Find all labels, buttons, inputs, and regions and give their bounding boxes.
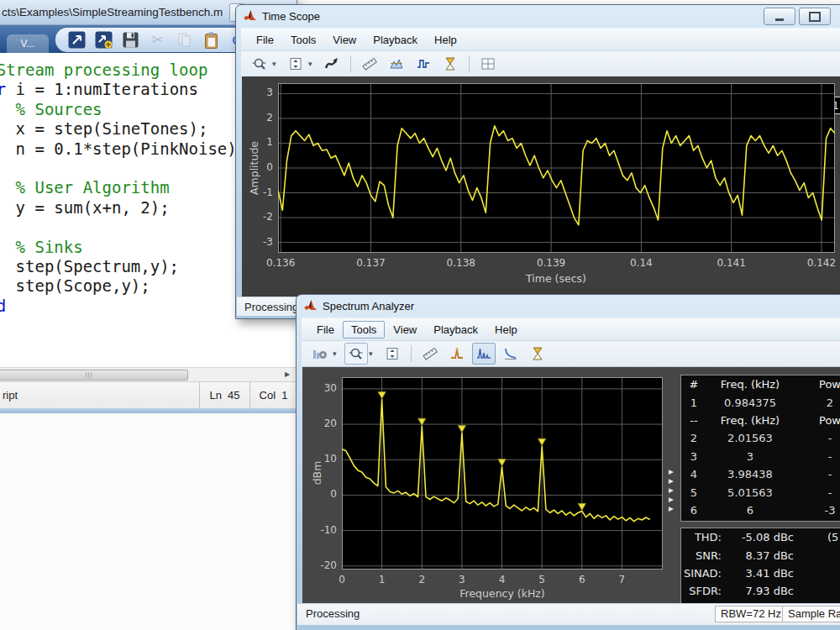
collapsed-panel-arrows[interactable]: ▶▶▶▶▶ (669, 468, 679, 513)
dropdown-caret-icon[interactable]: ▾ (369, 349, 377, 358)
table-row: 55.01563- (681, 483, 840, 501)
dropdown-caret-icon[interactable]: ▾ (333, 349, 341, 358)
editor-status-text: ript (0, 389, 199, 402)
measurement-label: SINAD: (681, 567, 722, 580)
paste-icon[interactable] (200, 29, 223, 51)
menu-item-tools[interactable]: Tools (343, 321, 385, 339)
timescope-titlebar[interactable]: Time Scope (236, 5, 840, 28)
editor-statusbar: ript Ln 45 Col 1 (0, 381, 297, 408)
plot-canvas[interactable] (342, 377, 663, 570)
y-tick-label: 1 (242, 136, 273, 148)
ccdf-icon[interactable] (499, 343, 522, 365)
measurement-value: 7.93 dBc (722, 585, 794, 597)
new-script-icon[interactable] (66, 29, 88, 51)
menu-item-tools[interactable]: Tools (282, 31, 324, 49)
step-forward-icon[interactable] (320, 53, 344, 75)
ruler-icon[interactable] (358, 53, 381, 75)
maximize-button[interactable] (799, 8, 831, 25)
y-tick-label: -10 (305, 524, 337, 536)
spectrum-analyzer-window: Spectrum Analyzer FileToolsViewPlaybackH… (296, 294, 840, 630)
timescope-title: Time Scope (262, 10, 320, 23)
scrollbar-thumb[interactable]: ||| (0, 370, 188, 381)
menu-item-view[interactable]: View (324, 31, 365, 49)
spectrum-main-area[interactable]: dBm Frequency (kHz) Channel 1 ▶▶▶▶▶ #Fre… (302, 367, 840, 603)
autoscale-icon[interactable] (284, 53, 307, 75)
dropdown-caret-icon[interactable]: ▾ (272, 60, 281, 68)
matlab-logo-icon (244, 9, 256, 24)
measurement-value: 3.41 dBc (722, 567, 794, 580)
measurement-label: THD: (681, 531, 722, 543)
panel-expand-arrow-icon[interactable]: ▶ (669, 468, 679, 476)
x-tick-label: 2 (403, 574, 440, 585)
timescope-menubar: FileToolsViewPlaybackHelp (241, 28, 840, 51)
matlab-logo-icon (304, 299, 317, 313)
spectrum-menubar: FileToolsViewPlaybackHelp (302, 318, 840, 341)
x-tick-label: 0 (323, 574, 360, 585)
settings-icon[interactable] (308, 343, 332, 365)
measurement-label: SNR: (681, 549, 722, 562)
rbw-indicator: RBW=72 Hz (715, 606, 787, 622)
editor-tab[interactable]: V... (7, 34, 49, 54)
dropdown-caret-icon[interactable]: ▾ (308, 60, 317, 68)
distortion-icon[interactable] (472, 343, 496, 365)
timescope-plot-area[interactable]: Amplitude Time (secs) Channel 1 0.1360.1… (242, 76, 840, 297)
table-cell: Pow (794, 414, 840, 427)
y-tick-label: 20 (305, 417, 337, 429)
bilevel-icon[interactable] (412, 53, 435, 75)
menu-item-help[interactable]: Help (486, 321, 526, 339)
table-cell: 3.98438 (706, 468, 794, 480)
table-cell: 2.01563 (706, 432, 794, 444)
table-cell: 3 (706, 450, 794, 463)
table-cell: - (794, 486, 840, 499)
menu-item-playback[interactable]: Playback (365, 31, 426, 49)
menu-item-view[interactable]: View (385, 321, 425, 339)
table-cell: - (794, 432, 840, 444)
panel-expand-arrow-icon[interactable]: ▶ (669, 496, 679, 504)
horizontal-scrollbar[interactable]: ||| ▶ (0, 367, 297, 382)
menu-item-help[interactable]: Help (426, 31, 465, 49)
table-row: 22.01563- (681, 429, 840, 447)
y-tick-label: 3 (242, 87, 273, 98)
sample-rate-indicator: Sample Rate=4 (782, 606, 840, 622)
table-cell: 4 (681, 468, 706, 480)
spectrum-titlebar[interactable]: Spectrum Analyzer (297, 295, 840, 318)
measurement-row: THD:-5.08 dBc(5 (681, 528, 840, 546)
table-row: --Freq. (kHz)Pow (681, 412, 840, 429)
panel-expand-arrow-icon[interactable]: ▶ (669, 486, 679, 495)
peak-finder-icon[interactable] (445, 343, 469, 365)
hourglass-icon[interactable] (526, 343, 549, 365)
measurement-label: SFDR: (681, 585, 722, 597)
ruler-icon[interactable] (418, 343, 442, 365)
table-row: 43.98438- (681, 465, 840, 483)
zoom-icon[interactable] (344, 343, 368, 365)
table-cell: -3 (794, 504, 840, 517)
measurement-value: 8.37 dBc (722, 549, 794, 562)
layout-grid-icon[interactable] (476, 53, 500, 75)
table-cell: 6 (706, 504, 794, 517)
x-tick-label: 0.139 (533, 257, 570, 269)
menu-item-file[interactable]: File (308, 321, 343, 339)
table-cell: - (794, 450, 840, 463)
panel-expand-arrow-icon[interactable]: ▶ (669, 477, 679, 486)
plot-canvas[interactable] (278, 83, 835, 253)
desktop: cts\Examples\SimpleStreamingTestbench.m … (0, 0, 840, 630)
y-tick-label: 0 (305, 488, 337, 500)
measurement-row: SINAD:3.41 dBc (681, 564, 840, 582)
hourglass-icon[interactable] (438, 53, 462, 75)
table-row: 10.9843752 (681, 393, 840, 411)
minimize-button[interactable] (764, 8, 795, 25)
toolbar-separator (469, 55, 470, 72)
spectrum-toolbar: ▾▾ (302, 341, 840, 367)
save-icon[interactable] (119, 29, 142, 51)
peak-table: #Freq. (kHz)Pow10.9843752--Freq. (kHz)Po… (680, 375, 840, 522)
zoom-icon[interactable] (248, 53, 271, 75)
x-tick-label: 4 (484, 574, 521, 585)
scrollbar-right-arrow-icon[interactable]: ▶ (281, 370, 293, 380)
menu-item-file[interactable]: File (248, 31, 282, 49)
signal-stats-icon[interactable] (385, 53, 408, 75)
menu-item-playback[interactable]: Playback (425, 321, 486, 339)
panel-expand-arrow-icon[interactable]: ▶ (669, 505, 679, 513)
open-new-icon[interactable] (92, 29, 115, 51)
autoscale-icon[interactable] (381, 343, 404, 365)
table-row: 66-3 (681, 501, 840, 519)
